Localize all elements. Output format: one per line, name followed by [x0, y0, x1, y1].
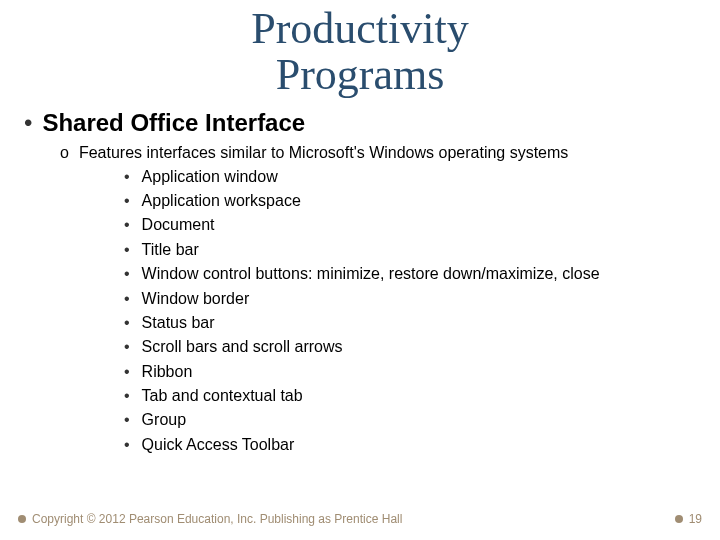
list-item: •Window control buttons: minimize, resto…: [124, 263, 696, 285]
list-item-text: Group: [142, 409, 186, 431]
list-item-text: Document: [142, 214, 215, 236]
list-item: •Application window: [124, 166, 696, 188]
bullet-circle-icon: o: [60, 143, 69, 164]
footer-right: 19: [675, 512, 702, 526]
list-item-text: Ribbon: [142, 361, 193, 383]
bullet-dot-icon: •: [124, 312, 130, 334]
title-line-2: Programs: [276, 50, 445, 99]
footer: Copyright © 2012 Pearson Education, Inc.…: [0, 512, 720, 526]
level1-heading: Shared Office Interface: [42, 110, 305, 136]
bullet-dot-icon: •: [124, 336, 130, 358]
copyright-text: Copyright © 2012 Pearson Education, Inc.…: [32, 512, 402, 526]
list-item: •Title bar: [124, 239, 696, 261]
footer-dot-icon: [18, 515, 26, 523]
bullet-dot-icon: •: [124, 166, 130, 188]
list-item: •Status bar: [124, 312, 696, 334]
footer-dot-icon: [675, 515, 683, 523]
bullet-dot-icon: •: [124, 434, 130, 456]
list-item-text: Tab and contextual tab: [142, 385, 303, 407]
level2-item: o Features interfaces similar to Microso…: [60, 143, 696, 164]
bullet-dot-icon: •: [124, 385, 130, 407]
list-item-text: Scroll bars and scroll arrows: [142, 336, 343, 358]
list-item: •Window border: [124, 288, 696, 310]
list-item: •Document: [124, 214, 696, 236]
title-line-1: Productivity: [251, 4, 469, 53]
list-item-text: Window control buttons: minimize, restor…: [142, 263, 600, 285]
list-item-text: Application window: [142, 166, 278, 188]
bullet-dot-icon: •: [124, 263, 130, 285]
list-item-text: Application workspace: [142, 190, 301, 212]
bullet-dot-icon: •: [24, 110, 32, 136]
list-item: •Tab and contextual tab: [124, 385, 696, 407]
page-number: 19: [689, 512, 702, 526]
bullet-dot-icon: •: [124, 409, 130, 431]
list-item-text: Quick Access Toolbar: [142, 434, 295, 456]
bullet-dot-icon: •: [124, 361, 130, 383]
list-item: •Quick Access Toolbar: [124, 434, 696, 456]
list-item: •Group: [124, 409, 696, 431]
bullet-dot-icon: •: [124, 214, 130, 236]
bullet-dot-icon: •: [124, 190, 130, 212]
bullet-dot-icon: •: [124, 239, 130, 261]
level2-subheading: Features interfaces similar to Microsoft…: [79, 143, 568, 164]
list-item-text: Status bar: [142, 312, 215, 334]
level3-list: •Application window•Application workspac…: [24, 166, 696, 457]
list-item: •Ribbon: [124, 361, 696, 383]
slide-title: Productivity Programs: [0, 6, 720, 98]
list-item-text: Title bar: [142, 239, 199, 261]
content-area: • Shared Office Interface o Features int…: [0, 98, 720, 456]
list-item: •Application workspace: [124, 190, 696, 212]
level1-item: • Shared Office Interface: [24, 110, 696, 136]
list-item: •Scroll bars and scroll arrows: [124, 336, 696, 358]
list-item-text: Window border: [142, 288, 250, 310]
footer-left: Copyright © 2012 Pearson Education, Inc.…: [18, 512, 402, 526]
bullet-dot-icon: •: [124, 288, 130, 310]
